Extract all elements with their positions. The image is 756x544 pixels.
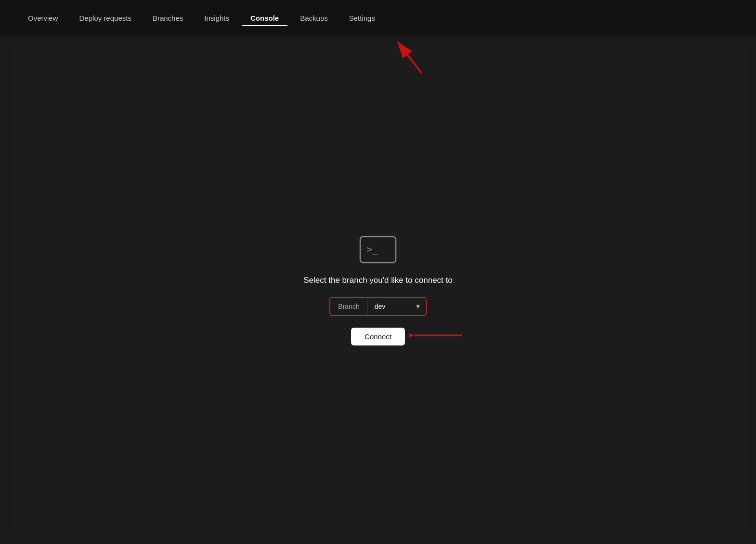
nav-item-overview[interactable]: Overview (19, 10, 67, 26)
nav-item-insights[interactable]: Insights (196, 10, 238, 26)
svg-line-1 (397, 41, 421, 73)
branch-select[interactable]: dev main staging production (368, 298, 426, 315)
nav-item-branches[interactable]: Branches (144, 10, 192, 26)
branch-selector: Branch dev main staging production ▾ (329, 297, 426, 316)
connect-button[interactable]: Connect (351, 328, 405, 345)
main-content: >_ Select the branch you'd like to conne… (10, 46, 746, 534)
center-panel: >_ Select the branch you'd like to conne… (303, 235, 452, 345)
svg-text:>_: >_ (366, 243, 378, 255)
annotation-arrow-top (392, 37, 426, 77)
nav-item-backups[interactable]: Backups (291, 10, 337, 26)
nav-bar: Overview Deploy requests Branches Insigh… (0, 0, 756, 36)
annotation-arrow-right (409, 326, 467, 347)
nav-item-settings[interactable]: Settings (340, 10, 384, 26)
select-branch-text: Select the branch you'd like to connect … (303, 276, 452, 285)
branch-label: Branch (330, 298, 367, 315)
nav-item-deploy-requests[interactable]: Deploy requests (71, 10, 140, 26)
terminal-icon: >_ (359, 235, 397, 264)
connect-row: Connect (351, 328, 405, 345)
branch-select-wrapper: dev main staging production ▾ (368, 298, 426, 315)
nav-item-console[interactable]: Console (242, 10, 287, 26)
